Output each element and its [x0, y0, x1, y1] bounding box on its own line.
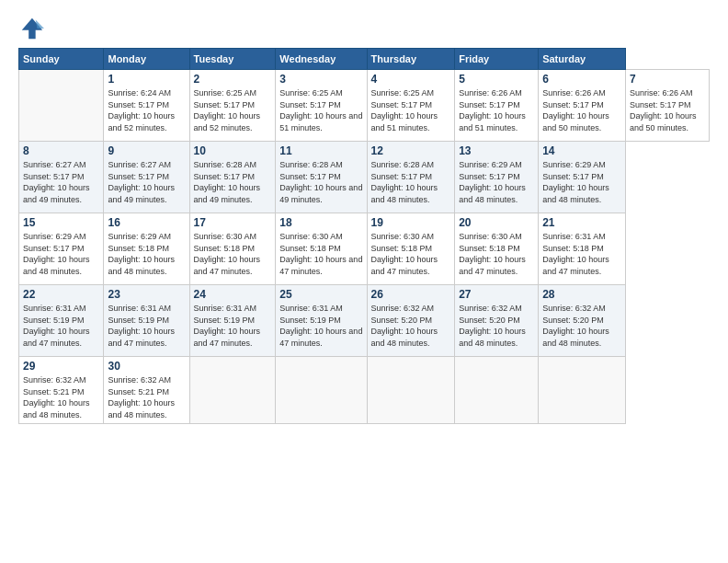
- table-row: 29 Sunrise: 6:32 AM Sunset: 5:21 PM Dayl…: [19, 357, 104, 424]
- day-number: 1: [108, 73, 185, 86]
- day-info: Sunrise: 6:31 AM Sunset: 5:19 PM Dayligh…: [108, 303, 185, 349]
- day-info: Sunrise: 6:25 AM Sunset: 5:17 PM Dayligh…: [371, 87, 451, 133]
- table-row: 5 Sunrise: 6:26 AM Sunset: 5:17 PM Dayli…: [455, 70, 539, 142]
- day-number: 27: [459, 288, 534, 301]
- table-row: 8 Sunrise: 6:27 AM Sunset: 5:17 PM Dayli…: [19, 142, 104, 213]
- day-number: 14: [542, 144, 621, 157]
- day-number: 5: [459, 73, 534, 86]
- day-number: 7: [630, 73, 705, 86]
- header: [18, 15, 710, 40]
- day-number: 30: [108, 360, 185, 373]
- day-info: Sunrise: 6:25 AM Sunset: 5:17 PM Dayligh…: [194, 87, 272, 133]
- day-number: 10: [194, 144, 272, 157]
- col-thursday: Thursday: [367, 49, 455, 70]
- day-info: Sunrise: 6:31 AM Sunset: 5:19 PM Dayligh…: [279, 303, 362, 349]
- table-row: [19, 70, 104, 142]
- day-number: 26: [371, 288, 451, 301]
- day-number: 17: [194, 216, 272, 229]
- day-number: 9: [108, 144, 185, 157]
- table-row: 16 Sunrise: 6:29 AM Sunset: 5:18 PM Dayl…: [104, 213, 189, 285]
- col-saturday: Saturday: [539, 49, 626, 70]
- table-row: 4 Sunrise: 6:25 AM Sunset: 5:17 PM Dayli…: [367, 70, 455, 142]
- table-row: 24 Sunrise: 6:31 AM Sunset: 5:19 PM Dayl…: [189, 285, 276, 357]
- col-monday: Monday: [104, 49, 189, 70]
- table-row: [276, 357, 367, 424]
- logo-icon: [18, 15, 44, 40]
- day-info: Sunrise: 6:30 AM Sunset: 5:18 PM Dayligh…: [279, 231, 362, 277]
- table-row: 2 Sunrise: 6:25 AM Sunset: 5:17 PM Dayli…: [189, 70, 276, 142]
- table-row: 10 Sunrise: 6:28 AM Sunset: 5:17 PM Dayl…: [189, 142, 276, 213]
- table-row: 25 Sunrise: 6:31 AM Sunset: 5:19 PM Dayl…: [276, 285, 367, 357]
- col-wednesday: Wednesday: [276, 49, 367, 70]
- day-number: 4: [371, 73, 451, 86]
- day-info: Sunrise: 6:31 AM Sunset: 5:19 PM Dayligh…: [194, 303, 272, 349]
- table-row: 27 Sunrise: 6:32 AM Sunset: 5:20 PM Dayl…: [455, 285, 539, 357]
- table-row: 1 Sunrise: 6:24 AM Sunset: 5:17 PM Dayli…: [104, 70, 189, 142]
- table-row: 30 Sunrise: 6:32 AM Sunset: 5:21 PM Dayl…: [104, 357, 189, 424]
- day-number: 28: [542, 288, 621, 301]
- table-row: 22 Sunrise: 6:31 AM Sunset: 5:19 PM Dayl…: [19, 285, 104, 357]
- day-number: 2: [194, 73, 272, 86]
- day-number: 12: [371, 144, 451, 157]
- table-row: 21 Sunrise: 6:31 AM Sunset: 5:18 PM Dayl…: [539, 213, 626, 285]
- day-info: Sunrise: 6:31 AM Sunset: 5:19 PM Dayligh…: [23, 303, 99, 349]
- day-number: 13: [459, 144, 534, 157]
- col-sunday: Sunday: [19, 49, 104, 70]
- table-row: 18 Sunrise: 6:30 AM Sunset: 5:18 PM Dayl…: [276, 213, 367, 285]
- calendar-header-row: Sunday Monday Tuesday Wednesday Thursday…: [19, 49, 710, 70]
- table-row: 7 Sunrise: 6:26 AM Sunset: 5:17 PM Dayli…: [625, 70, 709, 142]
- day-info: Sunrise: 6:27 AM Sunset: 5:17 PM Dayligh…: [23, 159, 99, 205]
- table-row: 26 Sunrise: 6:32 AM Sunset: 5:20 PM Dayl…: [367, 285, 455, 357]
- day-info: Sunrise: 6:29 AM Sunset: 5:18 PM Dayligh…: [108, 231, 185, 277]
- table-row: 14 Sunrise: 6:29 AM Sunset: 5:17 PM Dayl…: [539, 142, 626, 213]
- day-number: 19: [371, 216, 451, 229]
- table-row: 17 Sunrise: 6:30 AM Sunset: 5:18 PM Dayl…: [189, 213, 276, 285]
- day-info: Sunrise: 6:28 AM Sunset: 5:17 PM Dayligh…: [371, 159, 451, 205]
- table-row: 3 Sunrise: 6:25 AM Sunset: 5:17 PM Dayli…: [276, 70, 367, 142]
- day-info: Sunrise: 6:31 AM Sunset: 5:18 PM Dayligh…: [542, 231, 621, 277]
- table-row: 11 Sunrise: 6:28 AM Sunset: 5:17 PM Dayl…: [276, 142, 367, 213]
- day-info: Sunrise: 6:32 AM Sunset: 5:21 PM Dayligh…: [23, 374, 99, 420]
- table-row: 19 Sunrise: 6:30 AM Sunset: 5:18 PM Dayl…: [367, 213, 455, 285]
- day-number: 3: [279, 73, 362, 86]
- table-row: 13 Sunrise: 6:29 AM Sunset: 5:17 PM Dayl…: [455, 142, 539, 213]
- day-info: Sunrise: 6:27 AM Sunset: 5:17 PM Dayligh…: [108, 159, 185, 205]
- day-number: 23: [108, 288, 185, 301]
- table-row: 20 Sunrise: 6:30 AM Sunset: 5:18 PM Dayl…: [455, 213, 539, 285]
- day-number: 15: [23, 216, 99, 229]
- table-row: 6 Sunrise: 6:26 AM Sunset: 5:17 PM Dayli…: [539, 70, 626, 142]
- day-number: 8: [23, 144, 99, 157]
- day-info: Sunrise: 6:32 AM Sunset: 5:20 PM Dayligh…: [542, 303, 621, 349]
- day-number: 18: [279, 216, 362, 229]
- calendar-table: Sunday Monday Tuesday Wednesday Thursday…: [18, 48, 710, 424]
- table-row: 9 Sunrise: 6:27 AM Sunset: 5:17 PM Dayli…: [104, 142, 189, 213]
- day-info: Sunrise: 6:32 AM Sunset: 5:20 PM Dayligh…: [371, 303, 451, 349]
- table-row: 23 Sunrise: 6:31 AM Sunset: 5:19 PM Dayl…: [104, 285, 189, 357]
- table-row: [539, 357, 626, 424]
- table-row: [455, 357, 539, 424]
- day-info: Sunrise: 6:28 AM Sunset: 5:17 PM Dayligh…: [279, 159, 362, 205]
- day-info: Sunrise: 6:26 AM Sunset: 5:17 PM Dayligh…: [630, 87, 705, 133]
- day-info: Sunrise: 6:30 AM Sunset: 5:18 PM Dayligh…: [459, 231, 534, 277]
- day-number: 16: [108, 216, 185, 229]
- table-row: [189, 357, 276, 424]
- day-info: Sunrise: 6:29 AM Sunset: 5:17 PM Dayligh…: [542, 159, 621, 205]
- day-number: 22: [23, 288, 99, 301]
- day-number: 25: [279, 288, 362, 301]
- table-row: 28 Sunrise: 6:32 AM Sunset: 5:20 PM Dayl…: [539, 285, 626, 357]
- col-friday: Friday: [455, 49, 539, 70]
- day-info: Sunrise: 6:24 AM Sunset: 5:17 PM Dayligh…: [108, 87, 185, 133]
- day-info: Sunrise: 6:26 AM Sunset: 5:17 PM Dayligh…: [542, 87, 621, 133]
- day-info: Sunrise: 6:25 AM Sunset: 5:17 PM Dayligh…: [279, 87, 362, 133]
- table-row: 12 Sunrise: 6:28 AM Sunset: 5:17 PM Dayl…: [367, 142, 455, 213]
- day-info: Sunrise: 6:28 AM Sunset: 5:17 PM Dayligh…: [194, 159, 272, 205]
- page: Sunday Monday Tuesday Wednesday Thursday…: [0, 0, 728, 563]
- day-info: Sunrise: 6:29 AM Sunset: 5:17 PM Dayligh…: [23, 231, 99, 277]
- table-row: [367, 357, 455, 424]
- day-number: 11: [279, 144, 362, 157]
- day-info: Sunrise: 6:26 AM Sunset: 5:17 PM Dayligh…: [459, 87, 534, 133]
- day-info: Sunrise: 6:32 AM Sunset: 5:20 PM Dayligh…: [459, 303, 534, 349]
- table-row: 15 Sunrise: 6:29 AM Sunset: 5:17 PM Dayl…: [19, 213, 104, 285]
- col-tuesday: Tuesday: [189, 49, 276, 70]
- day-number: 20: [459, 216, 534, 229]
